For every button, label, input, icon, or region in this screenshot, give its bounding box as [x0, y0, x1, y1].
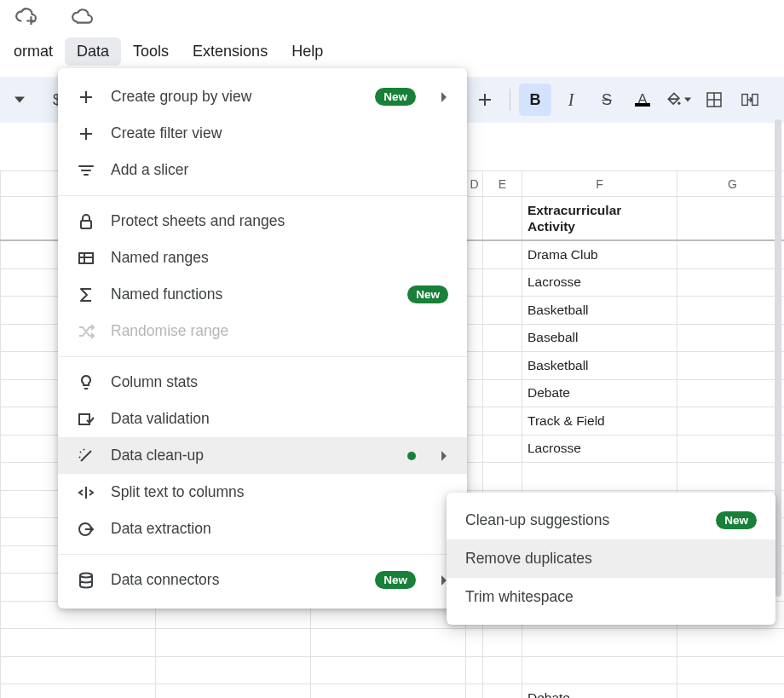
- plus-icon: [77, 89, 95, 105]
- database-icon: [77, 572, 95, 589]
- mi-label: Protect sheets and ranges: [111, 212, 285, 230]
- new-badge: New: [375, 571, 416, 589]
- smi-remove-duplicates[interactable]: Remove duplicates: [447, 539, 775, 578]
- merge-cells-button[interactable]: [734, 84, 766, 116]
- mi-data-validation[interactable]: Data validation: [58, 401, 467, 437]
- smi-trim-whitespace[interactable]: Trim whitespace: [447, 578, 775, 616]
- slicer-icon: [77, 164, 95, 177]
- cloud-icon[interactable]: [70, 3, 94, 27]
- shuffle-icon: [77, 324, 95, 339]
- mi-label: Data validation: [111, 410, 210, 428]
- header-cell-extracurricular[interactable]: Extracurricular Activity: [522, 197, 677, 239]
- mi-label: Data connectors: [111, 571, 219, 589]
- col-header-g[interactable]: G: [677, 171, 784, 196]
- mi-label: Add a slicer: [111, 161, 188, 179]
- cloud-plus-icon[interactable]: [14, 3, 37, 27]
- split-icon: [77, 485, 95, 500]
- mi-data-extraction[interactable]: Data extraction: [58, 511, 467, 547]
- chevron-right-icon: [440, 451, 448, 461]
- svg-rect-8: [742, 95, 747, 106]
- strikethrough-button[interactable]: S: [591, 84, 623, 116]
- new-badge: New: [375, 88, 416, 106]
- mi-split-text[interactable]: Split text to columns: [58, 474, 467, 511]
- borders-button[interactable]: [698, 84, 730, 116]
- insert-plus-button[interactable]: [469, 84, 501, 116]
- table-row[interactable]: [0, 657, 784, 685]
- svg-point-24: [80, 573, 92, 577]
- smi-label: Trim whitespace: [465, 588, 574, 606]
- menu-tools[interactable]: Tools: [121, 37, 181, 66]
- new-badge: New: [716, 511, 757, 529]
- mi-add-slicer[interactable]: Add a slicer: [58, 152, 467, 188]
- data-menu-dropdown: Create group by view New Create filter v…: [58, 68, 467, 609]
- smi-label: Remove duplicates: [465, 550, 592, 568]
- mi-label: Column stats: [111, 373, 198, 391]
- svg-rect-17: [81, 221, 91, 228]
- fill-color-button[interactable]: [662, 84, 695, 116]
- wand-icon: [77, 447, 95, 464]
- col-header-e[interactable]: E: [483, 171, 522, 196]
- mi-randomise-range: Randomise range: [58, 313, 467, 349]
- mi-label: Create filter view: [111, 124, 222, 142]
- col-header-f[interactable]: F: [522, 171, 677, 196]
- menu-separator: [58, 356, 467, 357]
- mi-label: Data extraction: [111, 520, 211, 538]
- menu-separator: [58, 195, 467, 196]
- mi-label: Randomise range: [111, 322, 228, 340]
- named-range-icon: [77, 251, 95, 265]
- menubar: ormat Data Tools Extensions Help: [0, 37, 335, 66]
- title-icon-group: [14, 3, 94, 27]
- svg-point-4: [677, 102, 680, 105]
- text-color-button[interactable]: A: [626, 84, 659, 116]
- table-row[interactable]: Debate: [0, 684, 784, 698]
- toolbar-separator: [510, 89, 510, 111]
- notification-dot: [407, 452, 416, 460]
- col-header-d[interactable]: D: [466, 171, 483, 196]
- menu-separator: [58, 554, 467, 555]
- mi-protect-sheets[interactable]: Protect sheets and ranges: [58, 203, 467, 239]
- smi-cleanup-suggestions[interactable]: Clean-up suggestions New: [447, 501, 775, 539]
- italic-button[interactable]: I: [555, 84, 587, 116]
- bulb-icon: [77, 374, 95, 391]
- new-badge: New: [407, 286, 448, 303]
- mi-create-filter-view[interactable]: Create filter view: [58, 115, 467, 152]
- mi-create-group-by-view[interactable]: Create group by view New: [58, 78, 467, 115]
- svg-rect-21: [79, 414, 89, 424]
- menu-help[interactable]: Help: [280, 37, 335, 66]
- mi-data-connectors[interactable]: Data connectors New: [58, 562, 467, 598]
- mi-named-ranges[interactable]: Named ranges: [58, 239, 467, 276]
- smi-label: Clean-up suggestions: [465, 511, 609, 529]
- bold-button[interactable]: B: [519, 84, 551, 116]
- menu-data[interactable]: Data: [65, 37, 121, 66]
- mi-column-stats[interactable]: Column stats: [58, 364, 467, 401]
- data-cleanup-submenu: Clean-up suggestions New Remove duplicat…: [447, 493, 775, 625]
- menu-extensions[interactable]: Extensions: [181, 37, 280, 66]
- plus-icon: [77, 126, 95, 141]
- validation-icon: [77, 412, 95, 426]
- menu-format[interactable]: ormat: [2, 37, 65, 66]
- mi-named-functions[interactable]: Named functions New: [58, 276, 467, 313]
- table-row[interactable]: [0, 629, 784, 657]
- lock-icon: [77, 213, 95, 230]
- mi-label: Split text to columns: [111, 483, 245, 501]
- mi-label: Named functions: [111, 286, 222, 303]
- more-left-button[interactable]: [3, 84, 36, 116]
- mi-label: Data clean-up: [111, 447, 204, 464]
- extract-icon: [77, 522, 95, 537]
- sigma-icon: [77, 287, 95, 303]
- chevron-right-icon: [440, 92, 448, 102]
- mi-label: Named ranges: [111, 249, 209, 267]
- mi-label: Create group by view: [111, 88, 251, 106]
- mi-data-cleanup[interactable]: Data clean-up: [58, 437, 467, 474]
